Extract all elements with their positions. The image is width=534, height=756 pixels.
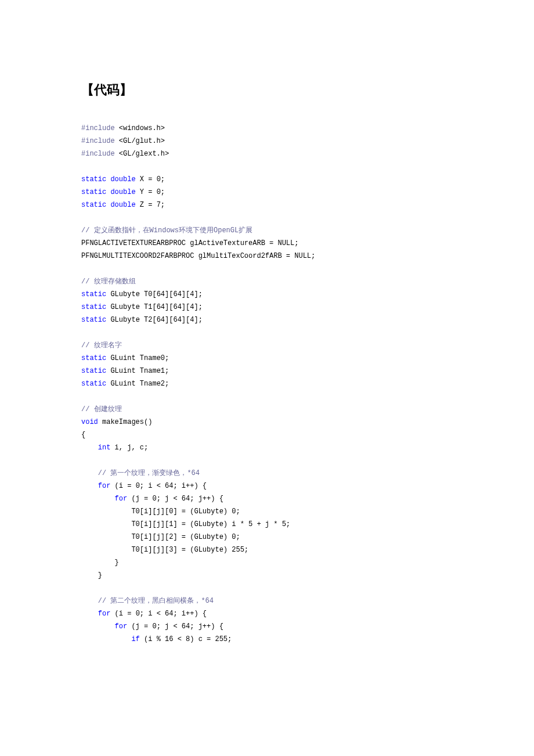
preprocessor: #include xyxy=(81,150,115,158)
code-text: } xyxy=(81,559,119,567)
keyword: double xyxy=(106,201,135,209)
indent xyxy=(81,622,115,631)
keyword: for xyxy=(115,495,128,503)
code-text: X = 0; xyxy=(136,175,165,183)
comment: // 第二个纹理，黑白相间横条，*64 xyxy=(98,597,214,605)
comment: // 创建纹理 xyxy=(81,405,122,413)
code-text: { xyxy=(81,431,85,439)
keyword: static xyxy=(81,290,106,298)
comment: // 定义函数指针，在Windows环境下使用OpenGL扩展 xyxy=(81,226,252,235)
indent xyxy=(81,482,98,490)
keyword: for xyxy=(98,482,111,490)
keyword: void xyxy=(81,418,98,426)
keyword: double xyxy=(106,188,135,196)
indent xyxy=(81,597,98,605)
code-text: } xyxy=(81,571,102,579)
code-text: (i = 0; i < 64; i++) { xyxy=(110,610,207,618)
comment: // 纹理存储数组 xyxy=(81,278,136,286)
code-text: GLuint Tname1; xyxy=(106,367,169,375)
preprocessor: #include xyxy=(81,124,115,132)
keyword: static xyxy=(81,380,106,388)
code-text: <GL/glext.h> xyxy=(115,150,169,158)
code-text: <windows.h> xyxy=(115,124,165,132)
code-text: PFNGLMULTITEXCOORD2FARBPROC glMultiTexCo… xyxy=(81,252,315,260)
keyword: double xyxy=(106,175,135,183)
code-text: GLuint Tname2; xyxy=(106,380,169,388)
code-text: (i % 16 < 8) c = 255; xyxy=(140,635,232,643)
keyword: static xyxy=(81,188,106,196)
keyword: static xyxy=(81,175,106,183)
document-page: 【代码】 #include <windows.h> #include <GL/g… xyxy=(0,0,534,756)
code-text: (j = 0; j < 64; j++) { xyxy=(127,622,223,631)
code-text: GLubyte T2[64][64][4]; xyxy=(106,316,203,324)
code-text: GLuint Tname0; xyxy=(106,354,169,362)
indent xyxy=(81,635,131,643)
code-text: T0[i][j][3] = (GLubyte) 255; xyxy=(81,546,248,554)
code-text: <GL/glut.h> xyxy=(115,137,165,145)
indent xyxy=(81,610,98,618)
keyword: for xyxy=(115,622,128,631)
keyword: static xyxy=(81,367,106,375)
keyword: for xyxy=(98,610,111,618)
code-text: makeImages() xyxy=(98,418,153,426)
code-text: T0[i][j][1] = (GLubyte) i * 5 + j * 5; xyxy=(81,520,290,528)
code-text: PFNGLACTIVETEXTUREARBPROC glActiveTextur… xyxy=(81,239,298,247)
comment: // 纹理名字 xyxy=(81,341,122,350)
section-heading: 【代码】 xyxy=(81,81,453,99)
keyword: static xyxy=(81,201,106,209)
indent xyxy=(81,495,115,503)
code-text: T0[i][j][0] = (GLubyte) 0; xyxy=(81,507,240,516)
preprocessor: #include xyxy=(81,137,115,145)
indent xyxy=(81,469,98,477)
code-text: (i = 0; i < 64; i++) { xyxy=(110,482,207,490)
keyword: int xyxy=(98,444,111,452)
code-text: T0[i][j][2] = (GLubyte) 0; xyxy=(81,533,240,541)
code-text: GLubyte T1[64][64][4]; xyxy=(106,303,203,311)
code-text: GLubyte T0[64][64][4]; xyxy=(106,290,203,298)
keyword: if xyxy=(131,635,139,643)
code-text: i, j, c; xyxy=(110,444,148,452)
indent xyxy=(81,444,98,452)
comment: // 第一个纹理，渐变绿色，*64 xyxy=(98,469,200,477)
keyword: static xyxy=(81,316,106,324)
code-text: Y = 0; xyxy=(136,188,165,196)
code-text: (j = 0; j < 64; j++) { xyxy=(127,495,223,503)
keyword: static xyxy=(81,354,106,362)
code-text: Z = 7; xyxy=(136,201,165,209)
code-block: #include <windows.h> #include <GL/glut.h… xyxy=(81,122,453,646)
keyword: static xyxy=(81,303,106,311)
